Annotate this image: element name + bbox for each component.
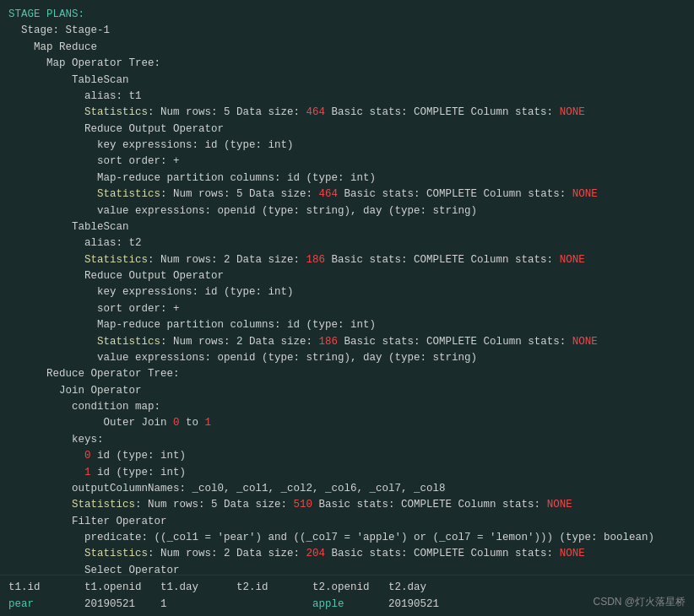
code-line: Reduce Operator Tree: (8, 366, 686, 382)
code-line: Select Operator (8, 563, 686, 575)
code-line: Statistics: Num rows: 2 Data size: 204 B… (8, 546, 686, 562)
code-line: Map-reduce partition columns: id (type: … (8, 317, 686, 333)
code-line: Statistics: Num rows: 2 Data size: 186 B… (8, 252, 686, 268)
code-line: value expressions: openid (type: string)… (8, 203, 686, 219)
code-line: Map Reduce (8, 40, 686, 56)
code-line: 0 id (type: int) (8, 448, 686, 464)
code-line: 1 id (type: int) (8, 465, 686, 481)
code-line: Reduce Output Operator (8, 268, 686, 284)
result-header-cell: t2.day (388, 579, 464, 596)
result-data-cell (236, 596, 312, 613)
code-line: alias: t1 (8, 89, 686, 105)
result-bar: t1.idt1.openidt1.dayt2.idt2.openidt2.day… (0, 575, 694, 616)
code-line: Join Operator (8, 383, 686, 399)
code-line: TableScan (8, 219, 686, 235)
code-line: Statistics: Num rows: 2 Data size: 186 B… (8, 334, 686, 350)
code-line: Statistics: Num rows: 5 Data size: 464 B… (8, 105, 686, 121)
result-header-cell: t2.id (236, 579, 312, 596)
code-line: sort order: + (8, 154, 686, 170)
code-line: alias: t2 (8, 235, 686, 251)
result-data-cell: pear (8, 596, 84, 613)
code-line: key expressions: id (type: int) (8, 284, 686, 300)
code-line: TableScan (8, 73, 686, 89)
watermark: CSDN @灯火落星桥 (593, 595, 686, 609)
code-line: Stage: Stage-1 (8, 23, 686, 39)
result-header-cell: t1.day (160, 579, 236, 596)
code-line: Map-reduce partition columns: id (type: … (8, 170, 686, 186)
code-line: Filter Operator (8, 514, 686, 530)
code-line: value expressions: openid (type: string)… (8, 350, 686, 366)
result-header-cell: t2.openid (312, 579, 388, 596)
code-area: STAGE PLANS: Stage: Stage-1 Map Reduce M… (0, 0, 694, 575)
code-line: outputColumnNames: _col0, _col1, _col2, … (8, 481, 686, 497)
code-line: Map Operator Tree: (8, 56, 686, 72)
result-data-cell: 20190521 (388, 596, 464, 613)
result-data-cell: 1 (160, 596, 236, 613)
code-line: sort order: + (8, 301, 686, 317)
result-header-row: t1.idt1.openidt1.dayt2.idt2.openidt2.day (8, 579, 686, 596)
code-line: Outer Join 0 to 1 (8, 415, 686, 431)
bottom-section: t1.idt1.openidt1.dayt2.idt2.openidt2.day… (0, 575, 694, 616)
result-header-cell: t1.id (8, 579, 84, 596)
result-data-cell: apple (312, 596, 388, 613)
code-line: Statistics: Num rows: 5 Data size: 464 B… (8, 186, 686, 203)
result-data-row: pear201905211apple20190521 (8, 596, 686, 613)
code-line: condition map: (8, 399, 686, 415)
code-line: STAGE PLANS: (8, 7, 686, 23)
result-data-cell: 20190521 (84, 596, 160, 613)
code-line: Reduce Output Operator (8, 122, 686, 138)
code-line: predicate: ((_col1 = 'pear') and ((_col7… (8, 530, 686, 546)
result-header-cell: t1.openid (84, 579, 160, 596)
code-line: key expressions: id (type: int) (8, 138, 686, 154)
main-container: STAGE PLANS: Stage: Stage-1 Map Reduce M… (0, 0, 694, 616)
code-line: Statistics: Num rows: 5 Data size: 510 B… (8, 497, 686, 513)
code-line: keys: (8, 432, 686, 448)
